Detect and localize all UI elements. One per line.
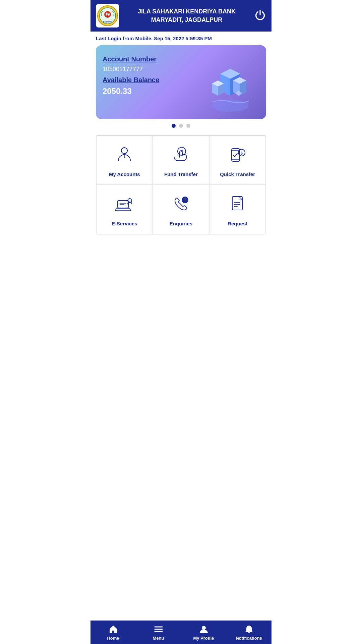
dot-3[interactable] xyxy=(186,124,190,128)
request-label: Request xyxy=(228,221,247,226)
svg-text:i: i xyxy=(184,197,186,202)
svg-point-16 xyxy=(121,148,127,154)
menu-item-my-accounts[interactable]: My Accounts xyxy=(96,136,153,185)
available-balance-label: Available Balance xyxy=(103,76,197,84)
account-number-value: 105001177777 xyxy=(103,66,197,73)
dot-1[interactable] xyxy=(172,124,176,128)
my-accounts-label: My Accounts xyxy=(109,171,140,177)
bank-logo: बैंक SAHAKARI xyxy=(96,4,119,28)
menu-item-enquiries[interactable]: i Enquiries xyxy=(153,185,209,234)
last-login-text: Last Login from Mobile. Sep 15, 2022 5:5… xyxy=(90,32,272,45)
menu-item-fund-transfer[interactable]: ₹ Fund Transfer xyxy=(153,136,209,185)
quick-transfer-label: Quick Transfer xyxy=(220,171,255,177)
bank-title: JILA SAHAKARI KENDRIYA BANK MARYADIT, JA… xyxy=(124,7,249,24)
account-carousel: Account Number 105001177777 Available Ba… xyxy=(96,45,266,119)
menu-item-request[interactable]: Request xyxy=(209,185,266,234)
svg-text:₹: ₹ xyxy=(180,150,183,154)
carousel-dots xyxy=(90,124,272,128)
carousel-illustration xyxy=(198,49,263,119)
quick-transfer-icon: $ xyxy=(228,145,247,165)
carousel-slide-1: Account Number 105001177777 Available Ba… xyxy=(96,45,266,119)
fund-transfer-icon: ₹ xyxy=(172,145,190,165)
e-services-icon xyxy=(115,195,134,215)
person-icon xyxy=(115,145,134,165)
account-number-label: Account Number xyxy=(103,55,197,63)
fund-transfer-label: Fund Transfer xyxy=(164,171,198,177)
svg-text:बैंक: बैंक xyxy=(105,12,110,16)
menu-grid: My Accounts ₹ Fund Transfer xyxy=(96,135,266,234)
svg-text:SAHAKARI: SAHAKARI xyxy=(103,21,112,23)
request-icon xyxy=(228,195,247,215)
enquiries-icon: i xyxy=(172,195,190,215)
available-balance-value: 2050.33 xyxy=(103,87,197,96)
svg-rect-26 xyxy=(118,201,128,208)
power-button[interactable] xyxy=(254,9,266,23)
enquiries-label: Enquiries xyxy=(170,221,192,226)
menu-item-e-services[interactable]: E-Services xyxy=(96,185,153,234)
menu-item-quick-transfer[interactable]: $ Quick Transfer xyxy=(209,136,266,185)
app-header: बैंक SAHAKARI JILA SAHAKARI KENDRIYA BAN… xyxy=(90,0,272,32)
dot-2[interactable] xyxy=(179,124,183,128)
e-services-label: E-Services xyxy=(112,221,137,226)
